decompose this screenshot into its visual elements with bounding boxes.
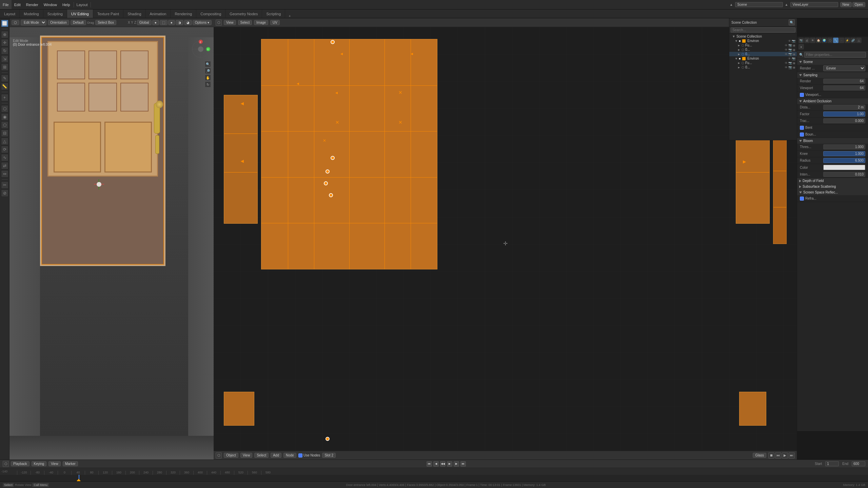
overlay-btn[interactable]: ●: [152, 20, 159, 25]
tab-rendering[interactable]: Rendering: [171, 9, 196, 18]
item5-vis[interactable]: 👁: [788, 57, 791, 60]
zoom-in-btn[interactable]: 🔍: [205, 61, 211, 67]
tab-texture-paint[interactable]: Texture Paint: [93, 9, 123, 18]
cursor-tool-btn[interactable]: ⊕: [1, 31, 8, 38]
spin-btn[interactable]: ⟳: [1, 146, 8, 153]
uv-image-btn[interactable]: Image: [254, 20, 268, 25]
play-reverse-btn[interactable]: ◀◀: [440, 461, 446, 467]
uv-object-mode-btn[interactable]: Object: [224, 453, 238, 458]
start-frame-input[interactable]: [825, 461, 839, 466]
outliner-search-input[interactable]: [731, 27, 795, 33]
item7-select[interactable]: ◉: [793, 66, 795, 69]
bloom-color-picker[interactable]: [823, 165, 865, 170]
uv-editor-type-icon[interactable]: ⬡: [216, 452, 222, 459]
props-search-input[interactable]: [804, 52, 866, 58]
select-tool-btn[interactable]: ⬜: [1, 20, 8, 27]
item4-render[interactable]: 📷: [788, 53, 792, 56]
tab-geometry-nodes[interactable]: Geometry Nodes: [225, 9, 262, 18]
global-btn[interactable]: Global: [137, 20, 152, 25]
item4-select[interactable]: ◉: [793, 53, 795, 56]
menu-help[interactable]: Help: [60, 0, 73, 9]
outliner-item-4[interactable]: ► ⬡ 0... 👁 📷 ◉: [729, 52, 797, 56]
shading-rendered-btn[interactable]: ◕: [184, 20, 192, 25]
tab-output-icon[interactable]: 🖨: [804, 38, 810, 43]
new-scene-btn[interactable]: New: [840, 2, 852, 7]
tab-scripting[interactable]: Scripting: [262, 9, 285, 18]
outliner-item-2[interactable]: ► ⬡ Fu... 👁 📷 ◉: [729, 43, 797, 47]
bloom-section[interactable]: Bloom: [797, 138, 868, 144]
viewport-denoise-check[interactable]: Viewport...: [800, 93, 865, 97]
menu-edit[interactable]: Edit: [12, 0, 23, 9]
uv-next-btn[interactable]: ⏭: [789, 452, 795, 459]
tab-shading[interactable]: Shading: [123, 9, 145, 18]
item7-render[interactable]: 📷: [788, 66, 792, 69]
loop-cut-btn[interactable]: ⊟: [1, 129, 8, 137]
edge-slide-btn[interactable]: ⇄: [1, 162, 8, 169]
render-engine-select[interactable]: Eevee: [823, 65, 865, 71]
uv-uv-btn[interactable]: UV: [270, 20, 280, 25]
tab-particles-icon[interactable]: ·: [839, 38, 844, 43]
tab-constraints-icon[interactable]: 🔗: [850, 38, 856, 43]
add-workspace-btn[interactable]: +: [287, 14, 293, 18]
prev-frame-btn[interactable]: ◀: [433, 461, 439, 467]
outliner-filter-btn[interactable]: 🔍: [789, 19, 795, 25]
item6-render[interactable]: 📷: [788, 61, 792, 65]
sss-section[interactable]: Subsurface Scattering: [797, 184, 868, 189]
uv-bottom-select-btn[interactable]: Select: [254, 453, 269, 458]
uv-bottom-node-btn[interactable]: Node: [283, 453, 296, 458]
shading-solid-btn[interactable]: ●: [168, 20, 175, 25]
item6-select[interactable]: ◉: [793, 61, 795, 65]
ao-distance-value[interactable]: 2 m: [823, 105, 865, 110]
bloom-intensity-value[interactable]: 0.010: [823, 172, 865, 177]
bloom-radius-value[interactable]: 6.500: [823, 158, 865, 163]
slot-btn[interactable]: Slot 2: [322, 453, 336, 458]
end-frame-input[interactable]: [852, 461, 865, 466]
scene-section-header[interactable]: Scene: [797, 59, 868, 65]
ao-bounces-check[interactable]: Boun...: [800, 133, 816, 137]
xray-btn[interactable]: ⬚: [160, 20, 167, 25]
orbit-btn[interactable]: ↻: [205, 81, 211, 87]
mode-selector[interactable]: Edit Mode: [21, 20, 46, 25]
options-btn[interactable]: Options ▾: [193, 20, 212, 25]
extrude-btn[interactable]: ⬡: [1, 105, 8, 113]
scale-tool-btn[interactable]: ⇲: [1, 55, 8, 63]
item2-render[interactable]: 📷: [788, 44, 792, 47]
item3-render[interactable]: 📷: [788, 48, 792, 52]
outliner-item-1[interactable]: ▼ ■ Environ 👁 📷: [729, 39, 797, 43]
item2-vis[interactable]: 👁: [785, 44, 788, 47]
jump-end-btn[interactable]: ⏭: [460, 461, 466, 467]
shrink-btn[interactable]: ⇔: [1, 170, 8, 178]
select-mode-btn[interactable]: Select Box: [95, 20, 116, 25]
open-btn[interactable]: Open: [852, 2, 865, 7]
inset-btn[interactable]: ◉: [1, 113, 8, 121]
item3-select[interactable]: ◉: [793, 48, 795, 52]
add-btn[interactable]: +: [1, 94, 8, 101]
sampling-section[interactable]: Sampling: [797, 72, 868, 78]
menu-window[interactable]: Window: [41, 0, 60, 9]
item2-select[interactable]: ◉: [793, 44, 795, 47]
annotate-btn[interactable]: ✎: [1, 75, 8, 82]
tab-uv-editing[interactable]: UV Editing: [67, 9, 93, 18]
render-samples-value[interactable]: 64: [823, 79, 865, 84]
tab-animation[interactable]: Animation: [146, 9, 171, 18]
uv-view-btn[interactable]: View: [224, 20, 236, 25]
rotate-tool-btn[interactable]: ↻: [1, 47, 8, 55]
measure-btn[interactable]: 📏: [1, 83, 8, 90]
play-btn[interactable]: ▶: [447, 461, 452, 467]
bisect-btn[interactable]: ⊘: [1, 189, 8, 197]
next-frame-btn[interactable]: ▶: [454, 461, 459, 467]
tab-world-icon[interactable]: 🌍: [822, 38, 827, 43]
ssr-refraction-check[interactable]: Refra...: [800, 197, 816, 201]
move-tool-btn[interactable]: ✛: [1, 39, 8, 46]
playback-menu-btn[interactable]: Playback: [11, 461, 29, 466]
uv-stop-btn[interactable]: ⏹: [768, 452, 774, 459]
item1-vis-icon[interactable]: 👁: [788, 39, 791, 43]
item1-render-icon[interactable]: 📷: [792, 39, 795, 43]
menu-render[interactable]: Render: [23, 0, 41, 9]
view-gizmo[interactable]: Z X: [191, 39, 211, 59]
scene-name-input[interactable]: [735, 2, 783, 7]
item4-vis[interactable]: 👁: [785, 53, 788, 56]
viewport-samples-value[interactable]: 64: [823, 85, 865, 90]
smooth-btn[interactable]: ∿: [1, 154, 8, 161]
ao-section[interactable]: Ambient Occlusion: [797, 98, 868, 104]
